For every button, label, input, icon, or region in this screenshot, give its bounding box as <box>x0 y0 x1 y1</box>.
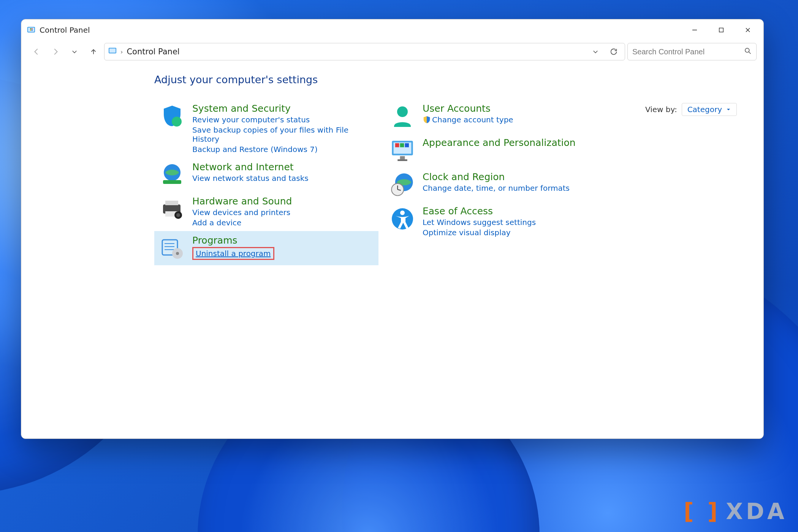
category-link[interactable]: Appearance and Personalization <box>423 137 576 148</box>
forward-button[interactable] <box>47 43 64 60</box>
category-link[interactable]: Clock and Region <box>423 171 570 182</box>
category-link[interactable]: Network and Internet <box>192 162 309 173</box>
monitor-icon <box>389 137 416 164</box>
recent-locations-button[interactable] <box>66 43 83 60</box>
task-link[interactable]: Change account type <box>423 115 513 124</box>
search-icon[interactable] <box>744 47 752 56</box>
view-by-dropdown[interactable]: Category <box>682 103 737 116</box>
address-bar[interactable]: › Control Panel <box>104 43 625 60</box>
printer-icon <box>159 196 185 222</box>
task-link[interactable]: Review your computer's status <box>192 115 374 124</box>
view-by-value: Category <box>687 105 722 114</box>
uac-shield-icon <box>423 116 431 124</box>
svg-rect-3 <box>32 28 33 29</box>
breadcrumb-separator-icon: › <box>120 48 123 55</box>
svg-point-28 <box>397 106 408 117</box>
chevron-down-icon <box>726 107 731 112</box>
task-link-uninstall-program[interactable]: Uninstall a program <box>192 247 274 260</box>
category-clock-region: Clock and Region Change date, time, or n… <box>385 168 609 202</box>
task-link[interactable]: Add a device <box>192 218 292 227</box>
category-network-internet: Network and Internet View network status… <box>154 158 378 192</box>
minimize-button[interactable] <box>681 21 708 40</box>
breadcrumb[interactable]: Control Panel <box>127 47 179 56</box>
close-button[interactable] <box>735 21 761 40</box>
svg-point-12 <box>745 48 749 52</box>
category-column-right: User Accounts Change account type Appear… <box>385 99 609 265</box>
svg-rect-2 <box>30 28 31 29</box>
watermark-text: XDA <box>726 499 787 524</box>
user-icon <box>389 103 416 130</box>
window-title: Control Panel <box>40 25 90 35</box>
task-link[interactable]: Change date, time, or number formats <box>423 184 570 193</box>
refresh-button[interactable] <box>606 44 621 59</box>
content-area: Adjust your computer's settings System a… <box>21 63 763 439</box>
category-system-security: System and Security Review your computer… <box>154 99 378 158</box>
category-link[interactable]: Hardware and Sound <box>192 196 292 207</box>
up-button[interactable] <box>85 43 102 60</box>
svg-point-41 <box>400 211 405 215</box>
category-programs: Programs Uninstall a program <box>154 231 378 265</box>
svg-rect-32 <box>397 159 407 161</box>
task-link[interactable]: Backup and Restore (Windows 7) <box>192 145 374 154</box>
svg-point-27 <box>176 252 179 255</box>
svg-rect-11 <box>109 49 116 53</box>
view-by-label: View by: <box>645 105 677 114</box>
svg-rect-16 <box>163 180 181 184</box>
search-box[interactable] <box>627 43 757 60</box>
svg-rect-33 <box>395 143 399 147</box>
task-link[interactable]: View network status and tasks <box>192 174 309 183</box>
svg-rect-35 <box>405 143 409 147</box>
svg-point-21 <box>176 213 180 217</box>
nav-toolbar: › Control Panel <box>21 40 763 63</box>
shield-icon <box>159 103 185 130</box>
category-link[interactable]: User Accounts <box>423 103 513 114</box>
page-title: Adjust your computer's settings <box>154 74 610 86</box>
control-panel-app-icon <box>27 25 36 35</box>
category-link[interactable]: System and Security <box>192 103 374 114</box>
task-link[interactable]: View devices and printers <box>192 208 292 217</box>
task-link[interactable]: Let Windows suggest settings <box>423 218 536 227</box>
svg-rect-5 <box>32 30 33 31</box>
search-input[interactable] <box>632 48 740 56</box>
category-appearance-personalization: Appearance and Personalization <box>385 133 609 168</box>
view-by-control: View by: Category <box>645 103 737 116</box>
back-button[interactable] <box>28 43 45 60</box>
svg-rect-7 <box>719 28 724 32</box>
task-link[interactable]: Optimize visual display <box>423 228 536 237</box>
clock-globe-icon <box>389 171 416 198</box>
category-link[interactable]: Programs <box>192 235 274 246</box>
category-hardware-sound: Hardware and Sound View devices and prin… <box>154 192 378 231</box>
accessibility-icon <box>389 206 416 232</box>
svg-rect-31 <box>400 156 405 160</box>
category-user-accounts: User Accounts Change account type <box>385 99 609 133</box>
xda-bracket-icon: [ ] <box>684 499 720 524</box>
titlebar[interactable]: Control Panel <box>21 19 763 40</box>
svg-rect-4 <box>30 30 31 31</box>
category-ease-of-access: Ease of Access Let Windows suggest setti… <box>385 202 609 241</box>
task-link[interactable]: Save backup copies of your files with Fi… <box>192 125 374 144</box>
control-panel-window: Control Panel › Control Panel Adjust you… <box>21 19 764 439</box>
globe-icon <box>159 162 185 188</box>
address-bar-dropdown[interactable] <box>588 44 603 59</box>
category-link[interactable]: Ease of Access <box>423 206 536 217</box>
category-column-left: System and Security Review your computer… <box>154 99 378 265</box>
svg-line-13 <box>749 52 751 54</box>
address-bar-icon <box>108 47 117 57</box>
xda-watermark: [ ] XDA <box>684 499 787 524</box>
svg-point-14 <box>172 117 182 127</box>
svg-rect-18 <box>165 201 178 205</box>
svg-rect-34 <box>400 143 404 147</box>
maximize-button[interactable] <box>708 21 735 40</box>
programs-icon <box>159 235 185 261</box>
